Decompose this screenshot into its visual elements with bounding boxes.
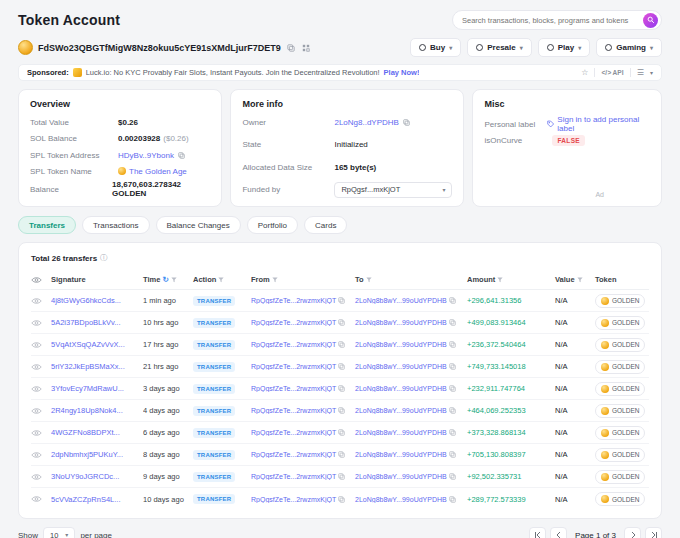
menu-icon[interactable]: ☰ [637, 69, 644, 77]
spl-token-name-link[interactable]: The Golden Age [129, 167, 187, 176]
play-button[interactable]: Play ▾ [538, 38, 590, 57]
signature-link[interactable]: 5VqAtXSqQAZvVvX... [51, 340, 125, 349]
copy-icon[interactable] [449, 407, 456, 414]
copy-icon[interactable] [338, 385, 345, 392]
sponsored-cta-link[interactable]: Play Now! [384, 68, 420, 77]
sign-in-link[interactable]: Sign in to add personal label [557, 115, 650, 133]
tab-portfolio[interactable]: Portfolio [247, 216, 298, 234]
filter-icon[interactable] [366, 277, 372, 283]
funded-by-select[interactable]: RpQgsf...mxKjOT▾ [334, 182, 452, 198]
from-address-link[interactable]: RpQgsfZeTe...2rwzmxKjQT [251, 319, 336, 326]
filter-icon[interactable] [171, 277, 177, 283]
last-page-button[interactable] [645, 527, 662, 538]
copy-icon[interactable] [449, 341, 456, 348]
token-pill[interactable]: GOLDEN [595, 382, 645, 396]
from-address-link[interactable]: RpQgsfZeTe...2rwzmxKjQT [251, 341, 336, 348]
search-button[interactable] [643, 13, 658, 28]
token-pill[interactable]: GOLDEN [595, 492, 645, 506]
signature-link[interactable]: 5cVVaZCZpRnS4L... [51, 495, 120, 504]
copy-icon[interactable] [449, 363, 456, 370]
filter-icon[interactable] [218, 277, 224, 283]
spl-token-address-link[interactable]: HDyBv..9Ybonk [118, 151, 174, 160]
star-icon[interactable]: ☆ [581, 69, 588, 77]
from-address-link[interactable]: RpQgsfZeTe...2rwzmxKjQT [251, 473, 336, 480]
filter-icon[interactable] [577, 277, 583, 283]
to-address-link[interactable]: 2LoNg8b8wY...99oUdYPDHB [355, 429, 447, 436]
copy-icon[interactable] [338, 363, 345, 370]
copy-icon[interactable] [449, 473, 456, 480]
copy-icon[interactable] [338, 429, 345, 436]
presale-button[interactable]: Presale ▾ [467, 38, 531, 57]
preview-eye-icon[interactable] [31, 407, 42, 415]
preview-eye-icon[interactable] [31, 341, 42, 349]
from-address-link[interactable]: RpQgsfZeTe...2rwzmxKjQT [251, 407, 336, 414]
copy-icon[interactable] [338, 473, 345, 480]
from-address-link[interactable]: RpQgsfZeTe...2rwzmxKjQT [251, 451, 336, 458]
to-address-link[interactable]: 2LoNg8b8wY...99oUdYPDHB [355, 385, 447, 392]
first-page-button[interactable] [529, 527, 546, 538]
to-address-link[interactable]: 2LoNg8b8wY...99oUdYPDHB [355, 407, 447, 414]
token-pill[interactable]: GOLDEN [595, 426, 645, 440]
from-address-link[interactable]: RpQgsfZeTe...2rwzmxKjQT [251, 429, 336, 436]
signature-link[interactable]: 5A2i37BDpoBLkVv... [51, 318, 121, 327]
copy-icon[interactable] [338, 297, 345, 304]
tab-transactions[interactable]: Transactions [82, 216, 150, 234]
signature-link[interactable]: 3YfovEcy7MdRawU... [51, 384, 124, 393]
copy-icon[interactable] [449, 297, 456, 304]
preview-eye-icon[interactable] [31, 385, 42, 393]
filter-icon[interactable] [272, 277, 278, 283]
signature-link[interactable]: 2dpNbmhxj5PUKuY... [51, 450, 123, 459]
preview-eye-icon[interactable] [31, 319, 42, 327]
token-pill[interactable]: GOLDEN [595, 360, 645, 374]
copy-token-address-button[interactable] [177, 152, 186, 159]
preview-eye-icon[interactable] [31, 495, 42, 503]
copy-icon[interactable] [338, 451, 345, 458]
copy-icon[interactable] [449, 385, 456, 392]
preview-eye-icon[interactable] [31, 473, 42, 481]
gaming-button[interactable]: Gaming ▾ [596, 38, 662, 57]
owner-link[interactable]: 2LoNg8..dYPDHB [334, 118, 398, 127]
prev-page-button[interactable] [550, 527, 567, 538]
tab-balance-changes[interactable]: Balance Changes [156, 216, 241, 234]
tab-transfers[interactable]: Transfers [18, 216, 76, 234]
copy-icon[interactable] [449, 496, 456, 503]
token-pill[interactable]: GOLDEN [595, 448, 645, 462]
token-pill[interactable]: GOLDEN [595, 338, 645, 352]
to-address-link[interactable]: 2LoNg8b8wY...99oUdYPDHB [355, 496, 447, 503]
signature-link[interactable]: 3NoUY9oJGRCDc... [51, 472, 119, 481]
signature-link[interactable]: 4WGZFNo8BDPXt... [51, 428, 120, 437]
token-pill[interactable]: GOLDEN [595, 470, 645, 484]
page-size-select[interactable]: 10▾ [43, 527, 75, 538]
copy-icon[interactable] [338, 496, 345, 503]
signature-link[interactable]: 2R4ngy18Up8Nok4... [51, 406, 123, 415]
api-button[interactable]: </>API [601, 69, 623, 76]
time-format-toggle-icon[interactable]: ↻ [162, 276, 168, 284]
qr-code-button[interactable] [301, 44, 311, 52]
preview-eye-icon[interactable] [31, 429, 42, 437]
tab-cards[interactable]: Cards [304, 216, 347, 234]
preview-eye-icon[interactable] [31, 451, 42, 459]
from-address-link[interactable]: RpQgsfZeTe...2rwzmxKjQT [251, 496, 336, 503]
signature-link[interactable]: 4j8tGWyG6hkcCds... [51, 296, 121, 305]
token-pill[interactable]: GOLDEN [595, 294, 645, 308]
token-pill[interactable]: GOLDEN [595, 404, 645, 418]
signature-link[interactable]: 5riY32JkEpBSMaXx... [51, 362, 125, 371]
to-address-link[interactable]: 2LoNg8b8wY...99oUdYPDHB [355, 363, 447, 370]
from-address-link[interactable]: RpQgsfZeTe...2rwzmxKjQT [251, 297, 336, 304]
preview-eye-icon[interactable] [31, 297, 42, 305]
copy-icon[interactable] [338, 319, 345, 326]
column-visibility-eye-icon[interactable] [31, 276, 42, 284]
filter-icon[interactable] [497, 277, 503, 283]
buy-button[interactable]: Buy ▾ [410, 38, 461, 57]
from-address-link[interactable]: RpQgsfZeTe...2rwzmxKjQT [251, 363, 336, 370]
copy-icon[interactable] [449, 319, 456, 326]
to-address-link[interactable]: 2LoNg8b8wY...99oUdYPDHB [355, 451, 447, 458]
to-address-link[interactable]: 2LoNg8b8wY...99oUdYPDHB [355, 297, 447, 304]
copy-icon[interactable] [449, 429, 456, 436]
to-address-link[interactable]: 2LoNg8b8wY...99oUdYPDHB [355, 473, 447, 480]
search-bar[interactable] [452, 10, 662, 30]
copy-icon[interactable] [338, 341, 345, 348]
search-input[interactable] [462, 16, 643, 25]
copy-owner-button[interactable] [402, 119, 411, 126]
copy-address-button[interactable] [286, 44, 296, 52]
